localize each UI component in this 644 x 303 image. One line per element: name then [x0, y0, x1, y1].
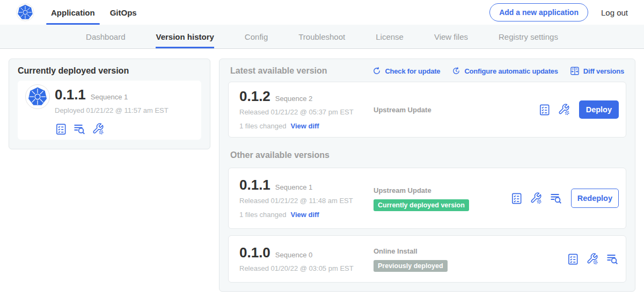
- currently-deployed-title: Currently deployed version: [18, 66, 201, 76]
- version-history-panel: Latest available version Check for updat…: [219, 59, 635, 292]
- redeploy-button[interactable]: Redeploy: [571, 189, 619, 208]
- diff-versions-link[interactable]: Diff versions: [570, 66, 624, 76]
- released-timestamp: Released 01/21/22 @ 05:37 pm EST: [239, 107, 374, 117]
- configure-automatic-updates-link[interactable]: Configure automatic updates: [452, 66, 558, 76]
- preflight-checks-icon[interactable]: [510, 192, 523, 205]
- check-for-update-label: Check for update: [385, 67, 440, 75]
- logout-link[interactable]: Log out: [601, 8, 628, 17]
- version-row-012: 0.1.2 Sequence 2 Released 01/21/22 @ 05:…: [228, 82, 626, 138]
- edit-config-icon[interactable]: [558, 103, 570, 116]
- previously-deployed-badge: Previously deployed: [374, 260, 448, 272]
- preflight-checks-icon[interactable]: [55, 123, 67, 135]
- version-number: 0.1.0: [239, 245, 270, 260]
- deploy-logs-icon[interactable]: [550, 192, 562, 205]
- deployed-version-card: 0.1.1 Sequence 1 Deployed 01/21/22 @ 11:…: [18, 81, 201, 140]
- deploy-logs-icon[interactable]: [73, 122, 86, 135]
- version-sequence: Sequence 2: [275, 95, 312, 103]
- app-subnav: Dashboard Version history Config Trouble…: [0, 25, 644, 49]
- edit-config-icon[interactable]: [530, 192, 543, 205]
- version-number: 0.1.2: [239, 89, 270, 104]
- released-timestamp: Released 01/21/22 @ 11:48 am EST: [239, 196, 374, 205]
- deployed-sequence: Sequence 1: [91, 93, 128, 101]
- kubernetes-app-logo: [25, 84, 50, 109]
- subnav-troubleshoot[interactable]: Troubleshoot: [298, 25, 345, 48]
- released-timestamp: Released 01/20/22 @ 03:05 pm EST: [239, 264, 374, 273]
- subnav-dashboard[interactable]: Dashboard: [86, 25, 125, 48]
- latest-available-title: Latest available version: [230, 66, 327, 76]
- subnav-version-history[interactable]: Version history: [156, 25, 214, 48]
- refresh-icon: [372, 67, 381, 75]
- currently-deployed-card: Currently deployed version: [9, 59, 210, 149]
- deploy-logs-icon[interactable]: [606, 252, 619, 265]
- version-source: Online Install: [374, 247, 567, 256]
- version-source: Upstream Update: [374, 186, 510, 195]
- kubernetes-logo-icon: [16, 0, 34, 25]
- edit-config-icon[interactable]: [92, 122, 105, 135]
- version-row-010: 0.1.0 Sequence 0 Released 01/20/22 @ 03:…: [228, 235, 626, 283]
- subnav-view-files[interactable]: View files: [434, 25, 468, 48]
- diff-icon: [570, 66, 580, 76]
- tab-application-label: Application: [51, 8, 95, 17]
- diff-versions-label: Diff versions: [583, 67, 624, 75]
- version-source: Upstream Update: [374, 105, 538, 114]
- other-available-versions-title: Other available versions: [230, 150, 624, 160]
- edit-config-icon[interactable]: [586, 252, 599, 265]
- subnav-license[interactable]: License: [376, 25, 404, 48]
- preflight-checks-icon[interactable]: [538, 104, 551, 116]
- deployed-version-number: 0.1.1: [55, 87, 86, 102]
- deploy-button[interactable]: Deploy: [579, 100, 619, 119]
- tab-gitops[interactable]: GitOps: [105, 0, 142, 25]
- schedule-update-icon: [452, 67, 460, 75]
- files-changed: 1 files changed: [239, 210, 286, 219]
- check-for-update-link[interactable]: Check for update: [372, 66, 440, 76]
- view-diff-link[interactable]: View diff: [290, 121, 319, 131]
- version-row-011: 0.1.1 Sequence 1 Released 01/21/22 @ 11:…: [228, 168, 626, 229]
- tab-gitops-label: GitOps: [110, 8, 137, 17]
- subnav-config[interactable]: Config: [245, 25, 268, 48]
- version-sequence: Sequence 1: [275, 183, 312, 191]
- view-diff-link[interactable]: View diff: [290, 210, 319, 219]
- files-changed: 1 files changed: [239, 121, 286, 131]
- subnav-registry-settings[interactable]: Registry settings: [499, 25, 558, 48]
- add-application-button[interactable]: Add a new application: [489, 3, 588, 21]
- tab-application[interactable]: Application: [46, 0, 100, 25]
- version-sequence: Sequence 0: [275, 251, 312, 259]
- top-nav: Application GitOps Add a new application…: [0, 0, 644, 25]
- preflight-checks-icon[interactable]: [567, 253, 579, 265]
- version-number: 0.1.1: [239, 177, 270, 192]
- configure-automatic-updates-label: Configure automatic updates: [464, 67, 558, 75]
- deployed-timestamp: Deployed 01/21/22 @ 11:57 am EST: [55, 106, 169, 115]
- currently-deployed-badge: Currently deployed version: [374, 199, 469, 211]
